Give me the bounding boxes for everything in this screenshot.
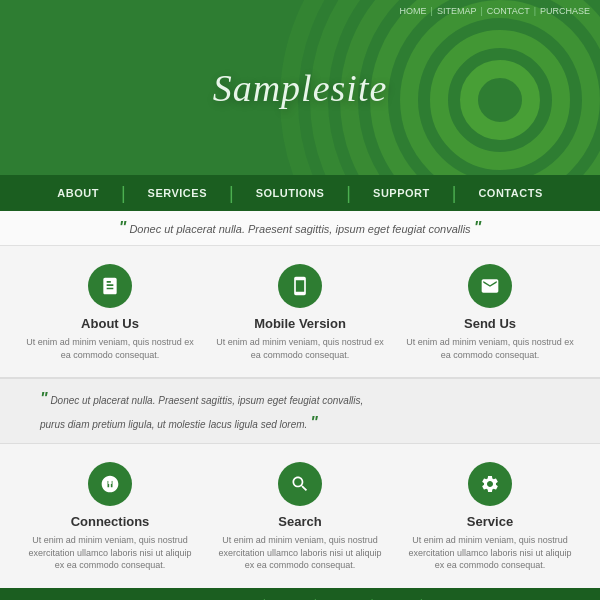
feature-about-desc: Ut enim ad minim veniam, quis nostrud ex… <box>25 336 195 361</box>
quote-close-2: " <box>310 414 318 431</box>
service-service: Service Ut enim ad minim veniam, quis no… <box>405 462 575 572</box>
nav-about[interactable]: ABOUT <box>35 175 121 211</box>
mobile-icon <box>278 264 322 308</box>
feature-mobile: Mobile Version Ut enim ad minim veniam, … <box>215 264 385 361</box>
main-navigation: ABOUT | SERVICES | SOLUTIONS | SUPPORT |… <box>0 175 600 211</box>
services-section: Connections Ut enim ad minim veniam, qui… <box>0 444 600 588</box>
connections-icon <box>88 462 132 506</box>
service-icon <box>468 462 512 506</box>
feature-mobile-title: Mobile Version <box>215 316 385 331</box>
topnav-sep-2: | <box>480 6 482 16</box>
quote-open-2: " <box>40 390 48 407</box>
site-header: HOME | SITEMAP | CONTACT | PURCHASE Samp… <box>0 0 600 175</box>
topnav-sep-1: | <box>431 6 433 16</box>
service-service-title: Service <box>405 514 575 529</box>
topnav-sitemap[interactable]: SITEMAP <box>437 6 477 16</box>
top-navigation: HOME | SITEMAP | CONTACT | PURCHASE <box>400 6 590 16</box>
quote-close-1: " <box>474 219 482 236</box>
service-search: Search Ut enim ad minim veniam, quis nos… <box>215 462 385 572</box>
quote-open-1: " <box>119 219 127 236</box>
features-grid: About Us Ut enim ad minim veniam, quis n… <box>20 264 580 361</box>
about-icon <box>88 264 132 308</box>
feature-mobile-desc: Ut enim ad minim veniam, quis nostrud ex… <box>215 336 385 361</box>
feature-about-title: About Us <box>25 316 195 331</box>
service-connections-title: Connections <box>25 514 195 529</box>
nav-services[interactable]: SERVICES <box>126 175 229 211</box>
nav-support[interactable]: SUPPORT <box>351 175 452 211</box>
topnav-home[interactable]: HOME <box>400 6 427 16</box>
services-grid: Connections Ut enim ad minim veniam, qui… <box>20 462 580 572</box>
site-footer: WWW.SAMPLESITE.COM @SAMPLESITE ABOUT | S… <box>0 588 600 600</box>
feature-sendus-title: Send Us <box>405 316 575 331</box>
nav-contacts[interactable]: CONTACTS <box>456 175 564 211</box>
topnav-sep-3: | <box>534 6 536 16</box>
site-title: Samplesite <box>213 66 388 110</box>
feature-sendus: Send Us Ut enim ad minim veniam, quis no… <box>405 264 575 361</box>
service-search-desc: Ut enim ad minim veniam, quis nostrud ex… <box>215 534 385 572</box>
service-connections-desc: Ut enim ad minim veniam, quis nostrud ex… <box>25 534 195 572</box>
features-section: About Us Ut enim ad minim veniam, quis n… <box>0 246 600 378</box>
nav-solutions[interactable]: SOLUTIONS <box>234 175 347 211</box>
mail-icon <box>468 264 512 308</box>
quote-text-1: Donec ut placerat nulla. Praesent sagitt… <box>129 223 470 235</box>
feature-sendus-desc: Ut enim ad minim veniam, quis nostrud ex… <box>405 336 575 361</box>
service-service-desc: Ut enim ad minim veniam, quis nostrud ex… <box>405 534 575 572</box>
topnav-purchase[interactable]: PURCHASE <box>540 6 590 16</box>
topnav-contact[interactable]: CONTACT <box>487 6 530 16</box>
feature-about: About Us Ut enim ad minim veniam, quis n… <box>25 264 195 361</box>
search-icon <box>278 462 322 506</box>
service-search-title: Search <box>215 514 385 529</box>
quote-bar-1: " Donec ut placerat nulla. Praesent sagi… <box>0 211 600 246</box>
service-connections: Connections Ut enim ad minim veniam, qui… <box>25 462 195 572</box>
quote-bar-2: " Donec ut placerat nulla. Praesent sagi… <box>0 378 600 444</box>
